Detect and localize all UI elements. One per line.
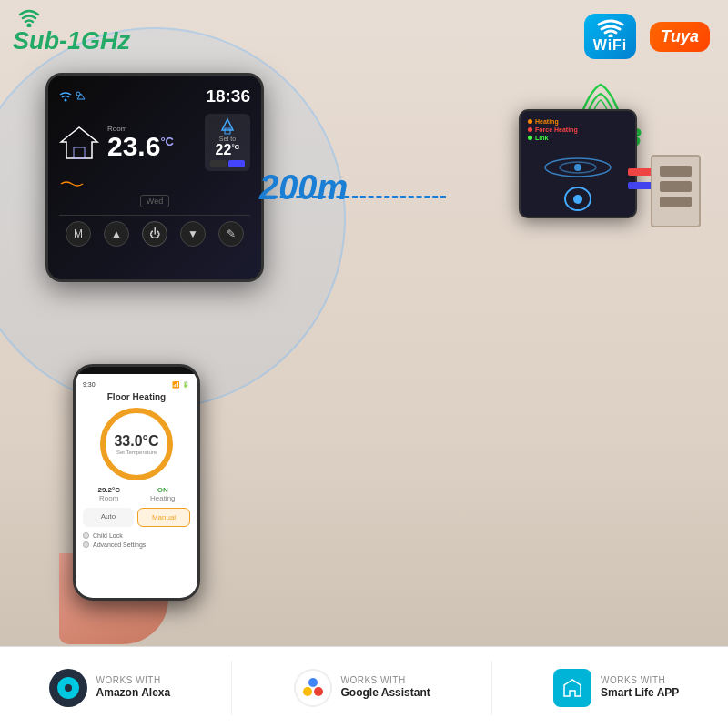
rf-receiver-device: Heating Force Heating Link (519, 109, 637, 218)
tuya-logo: Tuya (650, 22, 710, 52)
set-temp-panel: Set to 22°C (205, 114, 250, 171)
heating-lines (59, 178, 250, 189)
phone-status-bar: 9:30 📶🔋 (83, 381, 190, 389)
outlet-slot-2 (660, 181, 692, 192)
btn-power[interactable]: ⏻ (142, 221, 167, 247)
svg-point-12 (308, 678, 318, 687)
phone-mode-manual[interactable]: Manual (137, 508, 190, 527)
svg-rect-6 (74, 147, 85, 158)
phone-mode-buttons[interactable]: Auto Manual (83, 508, 190, 527)
alexa-icon (49, 669, 87, 707)
thermostat-device: 18:36 Room 23.6°C (46, 73, 264, 282)
wifi-logo: WiFi (584, 14, 637, 59)
btn-down[interactable]: ▼ (180, 221, 206, 247)
smartlife-badge: WORKS WITH Smart Life APP (553, 669, 679, 707)
alexa-badge-text: WORKS WITH Amazon Alexa (96, 675, 171, 699)
svg-point-13 (314, 687, 323, 696)
phone-stats-row: 29.2°C Room ON Heating (83, 486, 190, 502)
google-assistant-badge: WORKS WITH Google Assistant (294, 669, 430, 707)
rf-wave-visual (541, 154, 614, 181)
sub1ghz-label: Sub-1GHz (13, 27, 130, 56)
phone-mode-auto[interactable]: Auto (83, 508, 134, 527)
phone-temp-circle: 33.0°C Set Temperature (100, 408, 173, 480)
main-temp: 23.6°C (107, 133, 174, 160)
svg-point-4 (76, 92, 80, 96)
thermostat-buttons: M ▲ ⏻ ▼ ✎ (59, 215, 250, 247)
phone-child-lock: Child Lock (83, 532, 190, 539)
rf-labels: Heating Force Heating Link (521, 111, 635, 148)
svg-marker-5 (61, 127, 97, 158)
btn-menu[interactable]: M (66, 221, 91, 247)
day-display: Wed (59, 195, 250, 207)
outlet-slot-1 (660, 166, 692, 177)
rf-button[interactable] (564, 187, 592, 211)
divider-1 (231, 661, 232, 715)
btn-up[interactable]: ▲ (104, 221, 129, 247)
distance-label: 200m (259, 168, 348, 207)
outlet-slot-3 (660, 197, 692, 207)
bottom-compatibility-bar: WORKS WITH Amazon Alexa WORKS WITH Googl… (0, 646, 728, 728)
svg-point-3 (65, 99, 67, 102)
phone-settings-list: Child Lock Advanced Settings (83, 532, 190, 548)
svg-point-14 (303, 687, 312, 696)
google-badge-text: WORKS WITH Google Assistant (341, 675, 430, 699)
top-right-logos: WiFi Tuya (584, 14, 710, 59)
thermostat-screen: 18:36 Room 23.6°C (48, 76, 261, 279)
therm-status-icons (59, 91, 86, 102)
phone-advanced-settings: Advanced Settings (83, 541, 190, 548)
distance-line (264, 196, 446, 198)
wall-outlet (651, 155, 701, 228)
divider-2 (491, 661, 492, 715)
btn-settings[interactable]: ✎ (218, 221, 244, 247)
smartlife-badge-text: WORKS WITH Smart Life APP (601, 675, 679, 699)
smartlife-icon (553, 669, 592, 707)
svg-rect-8 (225, 128, 230, 134)
phone-device: 9:30 📶🔋 Floor Heating 33.0°C Set Tempera… (73, 364, 200, 601)
house-icon (59, 126, 100, 160)
phone-screen: 9:30 📶🔋 Floor Heating 33.0°C Set Tempera… (76, 374, 197, 601)
google-icon (294, 669, 332, 707)
thermostat-time: 18:36 (206, 86, 250, 106)
svg-point-11 (574, 164, 581, 171)
phone-app-title: Floor Heating (83, 392, 190, 402)
alexa-badge: WORKS WITH Amazon Alexa (49, 669, 171, 707)
